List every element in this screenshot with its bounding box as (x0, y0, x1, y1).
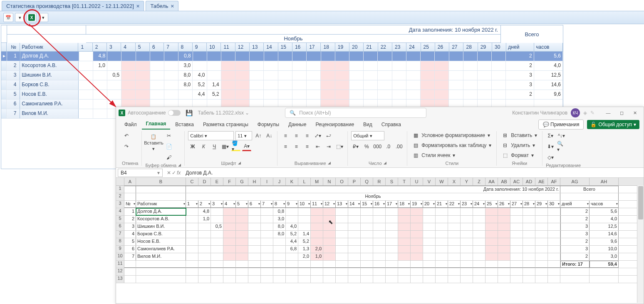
fx-icon[interactable]: fx (177, 170, 181, 176)
table-row[interactable]: 5 Носов Е.В.4,45,22 9,6 (1, 90, 563, 100)
cell[interactable] (348, 223, 361, 230)
filter-head[interactable]: 15▾ (361, 201, 373, 208)
cell-day[interactable] (492, 71, 506, 80)
cell[interactable]: 4,8 (198, 208, 211, 215)
cell[interactable]: 1,0 (198, 216, 211, 223)
cell[interactable] (423, 231, 436, 238)
cell-day[interactable] (235, 90, 250, 99)
filter-head[interactable]: 3▾ (211, 201, 223, 208)
drop-button[interactable]: ▾ (15, 13, 25, 22)
cell-day[interactable] (364, 80, 378, 90)
cell[interactable] (336, 231, 348, 238)
cell[interactable] (523, 216, 535, 223)
cell[interactable]: 3,0 (273, 216, 286, 223)
cell[interactable] (411, 231, 423, 238)
filter-head[interactable]: 24▾ (473, 201, 485, 208)
cell-day[interactable] (478, 71, 492, 80)
cell-day[interactable] (136, 71, 150, 80)
cell-day[interactable] (392, 80, 406, 90)
cell[interactable]: 8,0 (273, 231, 286, 238)
drop-button-2[interactable]: ▾ (38, 13, 48, 22)
cell[interactable] (186, 238, 198, 245)
cell-day[interactable] (136, 80, 150, 90)
col-days[interactable]: дней (506, 43, 534, 51)
cell[interactable] (535, 223, 548, 230)
cell-day[interactable] (221, 52, 235, 61)
cell-day[interactable]: 0,5 (107, 71, 121, 80)
col-head-F[interactable]: F (223, 178, 236, 185)
cell[interactable]: 4,0 (286, 223, 298, 230)
cell-day[interactable] (463, 61, 478, 70)
cell[interactable]: 1,3 (298, 246, 311, 253)
cell[interactable] (411, 208, 423, 215)
cell-day[interactable] (207, 71, 221, 80)
cell[interactable] (223, 208, 236, 215)
cell[interactable] (361, 238, 373, 245)
cell[interactable] (236, 238, 248, 245)
cell-day[interactable] (492, 52, 506, 61)
cell-day[interactable] (378, 61, 392, 70)
align-right-icon[interactable]: ≡ (302, 142, 312, 151)
cell[interactable] (523, 208, 535, 215)
cell[interactable] (411, 238, 423, 245)
cell-name[interactable]: Самонгалиев Р.А. (136, 246, 186, 253)
cell[interactable] (373, 208, 386, 215)
filter-head[interactable]: 20▾ (423, 201, 436, 208)
cell-day[interactable] (221, 61, 235, 70)
cell[interactable] (223, 246, 236, 253)
cell-day[interactable] (107, 80, 121, 90)
filter-head[interactable]: 28▾ (523, 201, 535, 208)
cell[interactable] (523, 238, 535, 245)
cell[interactable] (498, 246, 510, 253)
cell[interactable] (223, 223, 236, 230)
tab-stats[interactable]: Статистика производства [01.11.2022 - 12… (2, 1, 144, 11)
cell[interactable] (498, 216, 510, 223)
col-day-8[interactable]: 8 (178, 43, 193, 51)
cell[interactable] (523, 246, 535, 253)
col-day-19[interactable]: 19 (335, 43, 349, 51)
cell[interactable] (473, 208, 485, 215)
cell-day[interactable] (93, 100, 107, 109)
cell-day[interactable] (449, 52, 463, 61)
cell-day[interactable] (449, 90, 463, 99)
cell[interactable] (473, 223, 485, 230)
cell-day[interactable] (335, 71, 349, 80)
cell[interactable] (548, 231, 560, 238)
filter-head[interactable]: 16▾ (373, 201, 386, 208)
cell[interactable] (211, 238, 223, 245)
cell[interactable]: 5,2 (298, 238, 311, 245)
cell[interactable] (211, 253, 223, 260)
cell[interactable] (498, 223, 510, 230)
cell[interactable] (461, 216, 473, 223)
cell[interactable] (523, 223, 535, 230)
col-num[interactable]: № (7, 43, 20, 51)
cell-day[interactable] (392, 61, 406, 70)
cell-day[interactable] (335, 80, 349, 90)
filter-head[interactable]: 6▾ (248, 201, 261, 208)
cell-day[interactable] (235, 52, 250, 61)
cell[interactable] (261, 238, 273, 245)
col-head-A[interactable]: A (124, 178, 136, 185)
cell[interactable] (223, 231, 236, 238)
col-worker[interactable]: Работник (20, 43, 78, 51)
cell[interactable] (261, 253, 273, 260)
cell[interactable] (248, 246, 261, 253)
cell[interactable] (323, 223, 336, 230)
cell[interactable] (436, 246, 448, 253)
align-bot-icon[interactable]: ≡ (302, 131, 312, 140)
merge-icon[interactable]: ⬚▾ (335, 142, 344, 151)
cell[interactable]: 1,4 (298, 231, 311, 238)
col-head-P[interactable]: P (348, 178, 361, 185)
excel-sheet[interactable]: ABCDEFGHIJKLMNOPQRSTUVWXYZAAABACADAEAFAG… (116, 178, 644, 303)
cell[interactable] (485, 231, 498, 238)
cell[interactable] (548, 253, 560, 260)
cell[interactable] (461, 238, 473, 245)
col-head-B[interactable]: B (136, 178, 186, 185)
cell-day[interactable] (435, 71, 449, 80)
cell-day[interactable] (449, 80, 463, 90)
cell-day[interactable] (121, 90, 136, 99)
maximize-button[interactable]: ◻ (615, 109, 628, 117)
save-icon[interactable]: 💾 (186, 110, 193, 116)
export-excel-button[interactable]: X (27, 13, 37, 22)
cell-day[interactable]: 8,0 (178, 71, 193, 80)
